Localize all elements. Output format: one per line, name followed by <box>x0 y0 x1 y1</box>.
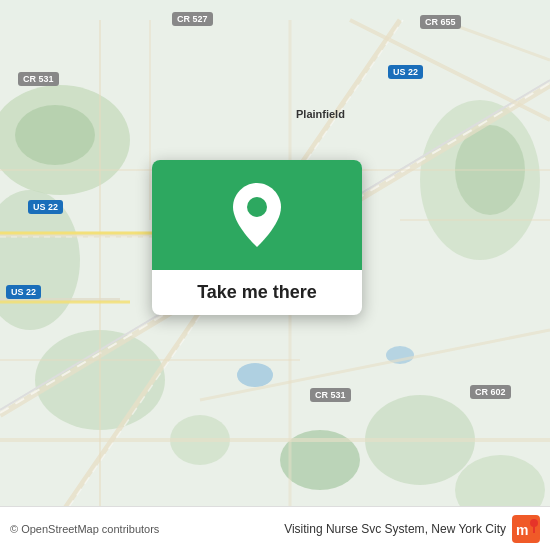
svg-text:m: m <box>516 522 528 538</box>
moovit-logo[interactable]: m <box>512 515 540 543</box>
location-city: New York City <box>431 522 506 536</box>
svg-point-33 <box>247 197 267 217</box>
take-me-there-button[interactable]: Take me there <box>197 282 317 303</box>
plainfield-label: Plainfield <box>296 108 345 120</box>
location-pin-icon <box>230 183 284 247</box>
cr655-label: CR 655 <box>420 15 461 29</box>
location-name: Visiting Nurse Svc System <box>284 522 425 536</box>
moovit-icon: m <box>512 515 540 543</box>
cr531-left-label: CR 531 <box>18 72 59 86</box>
svg-point-11 <box>237 363 273 387</box>
cr531-right-label: CR 531 <box>310 388 351 402</box>
cr602-label: CR 602 <box>470 385 511 399</box>
card-map-area <box>152 160 362 270</box>
us22-mid-label: US 22 <box>28 200 63 214</box>
map-container: CR 527 US 22 CR 655 US 22 US 22 CR 531 C… <box>0 0 550 550</box>
bottom-bar: © OpenStreetMap contributors Visiting Nu… <box>0 506 550 550</box>
card-action-area: Take me there <box>152 270 362 315</box>
attribution-area: © OpenStreetMap contributors <box>10 523 284 535</box>
svg-point-36 <box>530 519 538 527</box>
location-text: Visiting Nurse Svc System, New York City <box>284 522 506 536</box>
us22-bot-label: US 22 <box>6 285 41 299</box>
svg-point-9 <box>15 105 95 165</box>
us22-top-label: US 22 <box>388 65 423 79</box>
destination-card: Take me there <box>152 160 362 315</box>
osm-attribution: © OpenStreetMap contributors <box>10 523 159 535</box>
cr527-label: CR 527 <box>172 12 213 26</box>
